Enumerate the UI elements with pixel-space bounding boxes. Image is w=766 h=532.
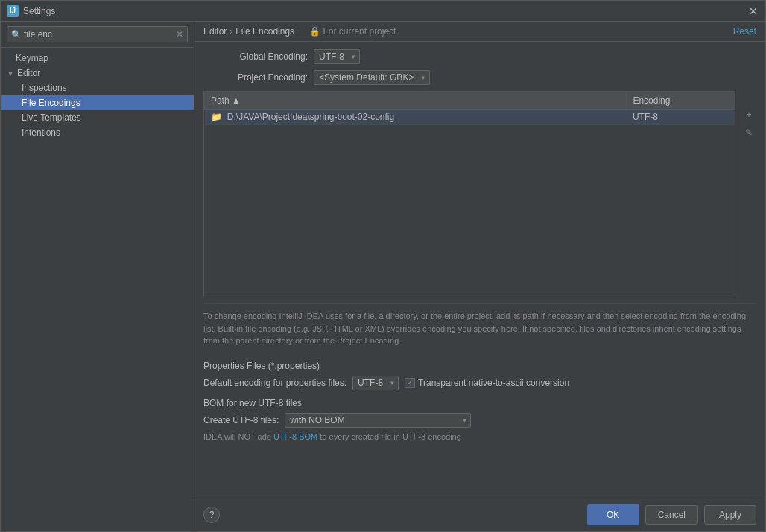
bom-section-title: BOM for new UTF-8 files	[203, 398, 756, 408]
sidebar-item-editor[interactable]: ▼ Editor	[1, 66, 194, 80]
sidebar-item-intentions[interactable]: Intentions	[1, 125, 194, 140]
project-subtitle: 🔒 For current project	[309, 26, 396, 37]
properties-encoding-select-wrapper: UTF-8	[352, 376, 399, 390]
table-empty-area	[204, 133, 735, 297]
close-icon: ✕	[749, 5, 758, 17]
settings-window: IJ Settings ✕ 🔍 ✕ Keymap ▼ Editor	[0, 0, 766, 532]
breadcrumb-current: File Encodings	[235, 26, 294, 37]
edit-encoding-button[interactable]: ✎	[741, 125, 756, 140]
project-encoding-row: Project Encoding: <System Default: GBK>	[203, 70, 756, 85]
global-encoding-label: Global Encoding:	[203, 51, 308, 62]
default-encoding-label: Default encoding for properties files:	[203, 378, 346, 388]
right-panel: Editor › File Encodings 🔒 For current pr…	[194, 22, 765, 531]
properties-encoding-row: Default encoding for properties files: U…	[203, 376, 756, 390]
search-icon: 🔍	[11, 30, 22, 39]
sidebar-item-file-encodings[interactable]: File Encodings	[1, 95, 194, 110]
close-button[interactable]: ✕	[747, 5, 759, 17]
bottom-bar: ? OK Cancel Apply	[194, 498, 765, 531]
expand-arrow: ▼	[7, 69, 14, 77]
file-table-wrapper: Path ▲ Encoding 📁	[203, 91, 756, 297]
apply-button[interactable]: Apply	[704, 505, 756, 525]
create-utf8-label: Create UTF-8 files:	[203, 415, 279, 425]
reset-link[interactable]: Reset	[733, 26, 756, 37]
bom-note: IDEA will NOT add UTF-8 BOM to every cre…	[203, 432, 756, 441]
transparent-checkbox-label: Transparent native-to-ascii conversion	[405, 378, 569, 388]
transparent-checkbox[interactable]	[405, 378, 415, 388]
sidebar-item-live-templates[interactable]: Live Templates	[1, 110, 194, 125]
col-path: Path ▲	[205, 92, 627, 110]
table-row[interactable]: 📁 D:\JAVA\ProjectIdea\spring-boot-02-con…	[205, 110, 735, 125]
table-side-buttons: + ✎	[741, 107, 756, 140]
transparent-label-text: Transparent native-to-ascii conversion	[418, 378, 569, 388]
sidebar-item-inspections[interactable]: Inspections	[1, 80, 194, 95]
search-box: 🔍 ✕	[1, 22, 194, 48]
title-bar: IJ Settings ✕	[1, 1, 765, 22]
keymap-label: Keymap	[16, 53, 48, 63]
main-content: 🔍 ✕ Keymap ▼ Editor Inspections File Enc…	[1, 22, 765, 531]
app-icon: IJ	[7, 5, 19, 17]
intentions-label: Intentions	[22, 127, 60, 138]
window-title: Settings	[23, 6, 747, 16]
breadcrumb: Editor › File Encodings 🔒 For current pr…	[203, 26, 396, 37]
file-encodings-label: File Encodings	[22, 98, 80, 108]
project-encoding-select-wrapper: <System Default: GBK>	[314, 70, 430, 85]
table-cell-path: 📁 D:\JAVA\ProjectIdea\spring-boot-02-con…	[205, 110, 627, 125]
sidebar: 🔍 ✕ Keymap ▼ Editor Inspections File Enc…	[1, 22, 194, 531]
create-utf8-row: Create UTF-8 files: with NO BOM with BOM…	[203, 413, 756, 428]
col-encoding: Encoding	[627, 92, 735, 110]
bom-section: BOM for new UTF-8 files Create UTF-8 fil…	[203, 398, 756, 441]
folder-icon: 📁	[211, 112, 222, 122]
sidebar-item-keymap[interactable]: Keymap	[1, 51, 194, 66]
nav-tree: Keymap ▼ Editor Inspections File Encodin…	[1, 48, 194, 531]
help-button[interactable]: ?	[203, 507, 220, 523]
file-table-container: Path ▲ Encoding 📁	[203, 91, 735, 297]
breadcrumb-separator: ›	[230, 26, 232, 37]
clear-search-icon[interactable]: ✕	[176, 29, 183, 39]
lock-icon: 🔒	[309, 26, 320, 37]
inspections-label: Inspections	[22, 83, 67, 93]
panel-header: Editor › File Encodings 🔒 For current pr…	[194, 22, 765, 42]
search-input[interactable]	[7, 26, 188, 42]
project-encoding-select[interactable]: <System Default: GBK>	[314, 70, 430, 85]
editor-label: Editor	[17, 68, 40, 78]
file-encodings-table: Path ▲ Encoding 📁	[204, 92, 735, 125]
project-encoding-label: Project Encoding:	[203, 72, 308, 83]
global-encoding-select-wrapper: UTF-8	[314, 49, 360, 64]
ok-button[interactable]: OK	[587, 504, 639, 525]
global-encoding-select[interactable]: UTF-8	[314, 49, 360, 64]
table-cell-encoding: UTF-8	[627, 110, 735, 125]
utf8-bom-link[interactable]: UTF-8 BOM	[273, 432, 317, 441]
global-encoding-row: Global Encoding: UTF-8	[203, 49, 756, 64]
create-utf8-select[interactable]: with NO BOM with BOM with BOM if already…	[285, 413, 471, 428]
properties-encoding-select[interactable]: UTF-8	[352, 376, 399, 390]
info-text: To change encoding IntelliJ IDEA uses fo…	[203, 303, 756, 353]
breadcrumb-parent: Editor	[203, 26, 227, 37]
create-utf8-select-wrapper: with NO BOM with BOM with BOM if already…	[285, 413, 471, 428]
live-templates-label: Live Templates	[22, 113, 81, 123]
add-encoding-button[interactable]: +	[741, 107, 756, 122]
cancel-button[interactable]: Cancel	[645, 505, 698, 525]
properties-section-title: Properties Files (*.properties)	[203, 361, 756, 371]
panel-body: Global Encoding: UTF-8 Project Encoding:…	[194, 42, 765, 498]
